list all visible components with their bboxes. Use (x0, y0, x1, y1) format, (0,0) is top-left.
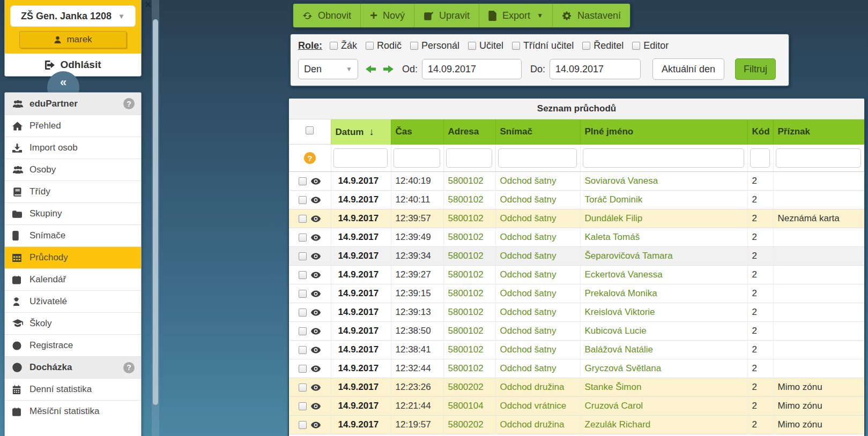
upravit-button[interactable]: Upravit (414, 4, 479, 27)
cell-snimac[interactable]: Odchod šatny (495, 228, 580, 247)
cell-snimac[interactable]: Odchod šatny (495, 284, 580, 303)
eye-icon[interactable] (311, 272, 321, 279)
eye-icon[interactable] (311, 253, 321, 260)
row-checkbox[interactable] (299, 252, 307, 260)
row-checkbox[interactable] (299, 421, 307, 429)
cell-snimac[interactable]: Odchod šatny (495, 266, 580, 284)
checkbox-icon[interactable] (366, 42, 374, 50)
obnovit-button[interactable]: Obnovit (293, 4, 361, 27)
column-filter-input-5[interactable] (583, 148, 744, 168)
current-day-button[interactable]: Aktuální den (652, 58, 724, 80)
row-checkbox[interactable] (299, 384, 307, 392)
cell-snimac[interactable]: Odchod šatny (495, 303, 580, 322)
column-filter-input-2[interactable] (394, 148, 440, 168)
column-header-3[interactable]: Adresa (443, 119, 495, 145)
sidebar-item-skoly[interactable]: Školy (5, 312, 141, 334)
cell-jmeno[interactable]: Dundálek Filip (580, 209, 747, 228)
row-checkbox[interactable] (299, 365, 307, 373)
sidebar-item-prehled[interactable]: Přehled (5, 115, 141, 137)
cell-adresa[interactable]: 5800102 (443, 172, 495, 191)
checkbox-icon[interactable] (512, 42, 520, 50)
cell-jmeno[interactable]: Balážová Natálie (580, 341, 747, 359)
question-icon[interactable]: ? (304, 152, 316, 164)
sidebar-item-kalendar[interactable]: Kalendář (5, 268, 141, 290)
sidebar-item-skupiny[interactable]: Skupiny (5, 202, 141, 224)
eye-icon[interactable] (311, 365, 321, 372)
cell-snimac[interactable]: Odchod šatny (495, 341, 580, 359)
current-user-button[interactable]: marek (19, 31, 127, 48)
cell-snimac[interactable]: Odchod šatny (495, 322, 580, 341)
eye-icon[interactable] (311, 384, 321, 391)
cell-jmeno[interactable]: Soviarová Vanesa (580, 172, 747, 191)
cell-snimac[interactable]: Odchod šatny (495, 172, 580, 191)
checkbox-icon[interactable] (468, 42, 476, 50)
cell-jmeno[interactable]: Cruzová Carol (580, 397, 747, 416)
cell-jmeno[interactable]: Šeparovičová Tamara (580, 247, 747, 266)
cell-adresa[interactable]: 5800202 (443, 416, 495, 434)
cell-jmeno[interactable]: Kaleta Tomáš (580, 228, 747, 247)
export-button[interactable]: Export▼ (479, 4, 553, 27)
cell-adresa[interactable]: 5800102 (443, 322, 495, 341)
role-checkbox-6[interactable]: Ředitel (582, 40, 624, 51)
cell-adresa[interactable]: 5800102 (443, 303, 495, 322)
eye-icon[interactable] (311, 290, 321, 297)
eye-icon[interactable] (311, 347, 321, 354)
row-checkbox[interactable] (299, 290, 307, 298)
cell-adresa[interactable]: 5800102 (443, 359, 495, 378)
role-checkbox-2[interactable]: Rodič (366, 40, 402, 51)
cell-snimac[interactable]: Odchod šatny (495, 209, 580, 228)
row-checkbox[interactable] (299, 346, 307, 354)
cell-jmeno[interactable]: Prekalová Monika (580, 284, 747, 303)
column-filter-input-6[interactable] (750, 148, 770, 168)
cell-adresa[interactable]: 5800102 (443, 191, 495, 209)
previous-period-button[interactable] (366, 65, 376, 73)
checkbox-icon[interactable] (330, 42, 338, 50)
role-checkbox-3[interactable]: Personál (410, 40, 459, 51)
column-filter-input-4[interactable] (498, 148, 577, 168)
column-filter-input-7[interactable] (776, 148, 862, 168)
cell-jmeno[interactable]: Eckertová Vanessa (580, 266, 747, 284)
cell-adresa[interactable]: 5800102 (443, 209, 495, 228)
cell-jmeno[interactable]: Stanke Šimon (580, 378, 747, 397)
cell-jmeno[interactable]: Gryczová Světlana (580, 359, 747, 378)
from-date-input[interactable] (422, 59, 522, 79)
row-checkbox[interactable] (299, 177, 307, 185)
cell-jmeno[interactable]: Kubicová Lucie (580, 322, 747, 341)
column-header-7[interactable]: Příznak (773, 119, 864, 145)
role-checkbox-4[interactable]: Učitel (468, 40, 503, 51)
cell-snimac[interactable]: Odchod družina (495, 378, 580, 397)
sidebar-scrollbar-thumb[interactable] (153, 19, 158, 405)
column-header-6[interactable]: Kód (747, 119, 773, 145)
select-all-checkbox[interactable] (306, 126, 314, 134)
cell-snimac[interactable]: Odchod družina (495, 416, 580, 434)
next-period-button[interactable] (383, 65, 394, 73)
eye-icon[interactable] (311, 309, 321, 316)
column-header-1[interactable]: Datum↓ (331, 119, 391, 145)
sidebar-item-osoby[interactable]: Osoby (5, 159, 141, 181)
checkbox-icon[interactable] (632, 42, 640, 50)
row-checkbox[interactable] (299, 402, 307, 410)
checkbox-icon[interactable] (582, 42, 590, 50)
column-header-4[interactable]: Snímač (495, 119, 580, 145)
cell-adresa[interactable]: 5800102 (443, 247, 495, 266)
logout-button[interactable]: Odhlásit (5, 54, 141, 76)
checkbox-icon[interactable] (410, 42, 418, 50)
to-date-input[interactable] (550, 59, 641, 79)
sidebar-item-uzivatele[interactable]: Uživatelé (5, 290, 141, 312)
eye-icon[interactable] (311, 178, 321, 185)
cell-adresa[interactable]: 5800102 (443, 266, 495, 284)
cell-adresa[interactable]: 5800202 (443, 378, 495, 397)
sidebar-item-mesicni-statistika[interactable]: Měsíční statistika (5, 400, 141, 422)
close-icon[interactable]: × (145, 0, 151, 11)
sidebar-item-snimace[interactable]: Snímače (5, 224, 141, 246)
row-checkbox[interactable] (299, 215, 307, 223)
nastaveni-button[interactable]: Nastavení (553, 4, 630, 27)
sidebar-item-registrace[interactable]: Registrace (5, 334, 141, 356)
period-select[interactable]: Den ▼ (298, 59, 358, 79)
cell-adresa[interactable]: 5800102 (443, 284, 495, 303)
column-filter-input-3[interactable] (446, 148, 492, 168)
filter-submit-button[interactable]: Filtruj (735, 58, 776, 80)
column-header-2[interactable]: Čas (391, 119, 443, 145)
column-filter-input-1[interactable] (333, 148, 388, 168)
role-checkbox-7[interactable]: Editor (632, 40, 669, 51)
